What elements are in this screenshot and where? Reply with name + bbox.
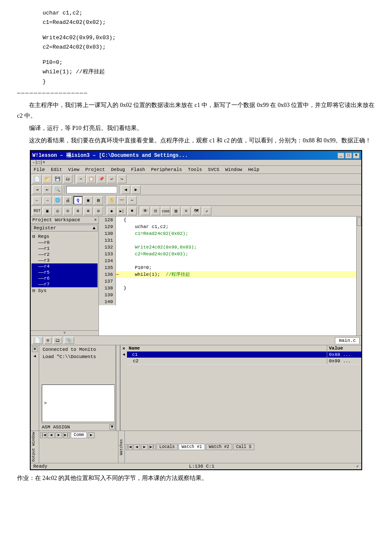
save-button[interactable]: 💾 [53,175,62,183]
tree-r5[interactable]: ——r5 [32,269,98,275]
view2-button[interactable]: ▤ [94,196,103,205]
rst-button[interactable]: RST [32,207,42,215]
dbg3-button[interactable]: ⊙ [63,207,72,215]
undo-button[interactable]: ↩ [107,175,116,183]
menu-flash[interactable]: Flash [130,167,146,173]
cut-button[interactable]: ✂ [76,175,86,183]
search-prev-button[interactable]: ◀ [121,185,130,194]
menu-window[interactable]: Window [224,167,244,173]
menu-project[interactable]: Project [84,167,106,173]
menu-debug[interactable]: Debug [110,167,126,173]
tree-r6[interactable]: ——r6 [32,275,98,281]
menu-help[interactable]: Help [247,167,260,173]
toolbar-row-2: ⇥ ⇤ 🔍 ◀ ▶ [31,185,361,195]
nav-scroll-right[interactable]: ▶ [88,432,95,438]
tab-locals[interactable]: Locals [156,444,178,450]
nav-next-btn[interactable]: ▶ [55,432,62,438]
minimize-button[interactable]: _ [337,153,344,159]
tab-calls[interactable]: Call S [233,444,254,450]
new-button[interactable]: 📄 [32,175,42,183]
asm-dropdown-arrow[interactable]: ▼ [110,424,115,430]
tree-r1[interactable]: ——r1 [32,246,98,251]
status-icon: ✓ [356,464,359,469]
code-editor-panel[interactable]: 128 { 129 uchar c1,c2; 130 c1=Read24c02(… [99,217,356,335]
forward-button[interactable]: → [43,196,52,205]
dbg5-button[interactable]: ⊛ [84,207,93,215]
tree-sys[interactable]: ⊟ Sys [32,287,98,294]
outdent-button[interactable]: ⇤ [43,185,52,194]
ide-menubar[interactable]: File Edit View Project Debug Flash Perip… [31,166,361,174]
dbg-map[interactable]: 🗺 [192,207,201,215]
menu-view[interactable]: View [67,167,81,173]
view1-button[interactable]: ▣ [84,196,93,205]
nav-first-btn[interactable]: |◀ [40,432,47,438]
hand-button[interactable]: ✋ [107,196,116,205]
file-tab-main[interactable]: main.c [335,337,360,344]
dbg-list[interactable]: ≡ [182,207,191,215]
tree-r2[interactable]: ——r2 [32,251,98,257]
watches-nav-first[interactable]: |◀ [126,444,133,450]
close-button[interactable]: × [353,153,360,159]
step-btn[interactable]: ▶| [117,207,127,215]
back-button[interactable]: ← [32,196,42,205]
dbg6-button[interactable]: ⊜ [94,207,103,215]
menu-file[interactable]: File [32,167,46,173]
dbg-arrow2[interactable]: ↗ [202,207,211,215]
tree-r4[interactable]: ——r4 [32,263,98,269]
dbg1-button[interactable]: ▣ [43,207,52,215]
tab-watch2[interactable]: Watch #2 [206,444,232,450]
open-button[interactable]: 📂 [43,175,52,183]
wave-button[interactable]: 〰 [117,196,127,205]
watch-btn[interactable]: 👁 [141,207,150,215]
paste-button[interactable]: 📌 [97,175,106,183]
code-scrollbar[interactable] [356,217,361,335]
save-all-button[interactable]: 🗂 [63,175,72,183]
search-input[interactable] [66,186,117,194]
redo-button[interactable]: ↪ [117,175,127,183]
watch-row-c1[interactable]: c1 0x88 ... [127,352,361,358]
more-button[interactable]: ⋯ [127,196,137,205]
scrollbar-thumb[interactable] [357,217,361,226]
q-button[interactable]: Q [73,196,83,205]
find-button[interactable]: 🔍 [53,185,62,194]
restore-button[interactable]: □ [345,153,352,159]
tree-r0[interactable]: ——r0 [32,240,98,246]
indent-button[interactable]: ⇥ [32,185,42,194]
tree-regs[interactable]: ⊟ Regs [32,233,98,240]
project-panel-close-btn[interactable]: × [94,218,97,223]
copy-button[interactable]: 📋 [86,175,96,183]
toolbar-tab-4[interactable]: 📎 [64,337,74,344]
browse-button[interactable]: 🌐 [53,196,62,205]
tab-comm[interactable]: Comm [71,432,87,438]
toolbar-tab-2[interactable]: ≡ [44,337,52,344]
tab-watch1[interactable]: Watch #1 [179,444,205,450]
nav-prev-btn[interactable]: ◀ [48,432,55,438]
dbg4-button[interactable]: ⊚ [73,207,83,215]
watches-nav-next[interactable]: ▶ [141,444,148,450]
output-scrollbar[interactable] [116,345,120,431]
arrow-btn[interactable]: ◆ [107,207,116,215]
print-button[interactable]: 🖨 [63,196,72,205]
code-line-128: 128 { [99,217,356,223]
ide-title-controls[interactable]: _ □ × [337,153,360,159]
nav-last-btn[interactable]: ▶| [63,432,70,438]
menu-edit[interactable]: Edit [49,167,63,173]
menu-peripherals[interactable]: Peripherals [150,167,183,173]
halt-btn[interactable]: ■ [127,207,137,215]
x-marker: × [32,346,37,352]
toolbar-tab-3[interactable]: 🗂 [53,337,62,344]
watch-row-c2[interactable]: c2 0x99 ... [127,358,361,364]
search-next-button[interactable]: ▶ [131,185,141,194]
tree-r3[interactable]: ——r3 [32,257,98,263]
toolbar-tab-1[interactable]: 📄 [32,337,43,344]
code-line-133: 133 c2=Read24c02(0x03); [99,251,356,257]
tree-r7[interactable]: ——r7 [32,281,98,287]
dbg-extra[interactable]: ⊟ [151,207,160,215]
menu-tools[interactable]: Tools [187,167,203,173]
watches-nav-last[interactable]: ▶| [149,444,156,450]
watches-nav-prev[interactable]: ◀ [133,444,140,450]
menu-svcs[interactable]: SVCS [207,167,220,173]
dbg-layout[interactable]: ▤ [171,207,181,215]
dbg2-button[interactable]: ◎ [53,207,62,215]
dbg-code[interactable]: CODE [161,207,170,215]
